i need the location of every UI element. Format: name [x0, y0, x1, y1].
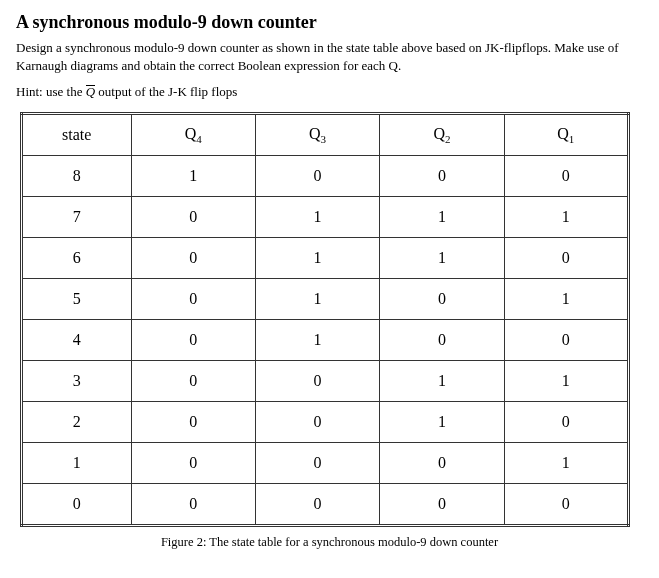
- table-body: 8100070111601105010140100300112001010001…: [22, 156, 629, 526]
- cell-state: 3: [22, 361, 132, 402]
- figure-caption: Figure 2: The state table for a synchron…: [16, 535, 643, 550]
- hint-text: Hint: use the Q output of the J-K flip f…: [16, 84, 643, 100]
- cell-q4: 0: [131, 361, 255, 402]
- cell-q1: 1: [504, 279, 628, 320]
- table-row: 81000: [22, 156, 629, 197]
- cell-state: 6: [22, 238, 132, 279]
- cell-q2: 0: [380, 484, 504, 526]
- header-q2-label: Q: [433, 125, 445, 142]
- state-table: state Q4 Q3 Q2 Q1 8100070111601105010140…: [20, 112, 630, 527]
- header-state: state: [22, 114, 132, 156]
- table-row: 00000: [22, 484, 629, 526]
- cell-state: 8: [22, 156, 132, 197]
- cell-state: 1: [22, 443, 132, 484]
- cell-q2: 1: [380, 402, 504, 443]
- cell-q3: 1: [255, 197, 379, 238]
- cell-q3: 0: [255, 402, 379, 443]
- cell-q1: 0: [504, 402, 628, 443]
- cell-q1: 0: [504, 484, 628, 526]
- cell-state: 0: [22, 484, 132, 526]
- cell-q1: 1: [504, 443, 628, 484]
- table-row: 50101: [22, 279, 629, 320]
- header-q4: Q4: [131, 114, 255, 156]
- header-q4-sub: 4: [196, 133, 202, 145]
- cell-q4: 0: [131, 320, 255, 361]
- cell-q2: 1: [380, 361, 504, 402]
- problem-description: Design a synchronous modulo-9 down count…: [16, 39, 643, 74]
- hint-prefix: Hint: use the: [16, 84, 86, 99]
- hint-suffix: output of the J-K flip flops: [95, 84, 237, 99]
- header-q1: Q1: [504, 114, 628, 156]
- header-q2: Q2: [380, 114, 504, 156]
- table-row: 40100: [22, 320, 629, 361]
- cell-q3: 0: [255, 443, 379, 484]
- cell-q4: 0: [131, 402, 255, 443]
- header-q3-label: Q: [309, 125, 321, 142]
- cell-q1: 0: [504, 320, 628, 361]
- cell-q4: 0: [131, 443, 255, 484]
- header-q4-label: Q: [185, 125, 197, 142]
- cell-q2: 0: [380, 443, 504, 484]
- cell-q2: 1: [380, 238, 504, 279]
- header-q1-sub: 1: [569, 133, 575, 145]
- header-q1-label: Q: [557, 125, 569, 142]
- q-bar-symbol: Q: [86, 84, 95, 100]
- cell-q3: 1: [255, 238, 379, 279]
- cell-state: 7: [22, 197, 132, 238]
- cell-q4: 1: [131, 156, 255, 197]
- cell-q2: 0: [380, 156, 504, 197]
- cell-state: 2: [22, 402, 132, 443]
- header-q2-sub: 2: [445, 133, 451, 145]
- cell-q1: 0: [504, 156, 628, 197]
- cell-q2: 0: [380, 320, 504, 361]
- table-row: 30011: [22, 361, 629, 402]
- table-row: 60110: [22, 238, 629, 279]
- table-row: 70111: [22, 197, 629, 238]
- cell-q3: 0: [255, 361, 379, 402]
- cell-state: 4: [22, 320, 132, 361]
- cell-q2: 1: [380, 197, 504, 238]
- cell-q1: 1: [504, 197, 628, 238]
- cell-q3: 0: [255, 156, 379, 197]
- cell-q3: 1: [255, 320, 379, 361]
- cell-q4: 0: [131, 197, 255, 238]
- cell-q1: 1: [504, 361, 628, 402]
- cell-q4: 0: [131, 238, 255, 279]
- table-header-row: state Q4 Q3 Q2 Q1: [22, 114, 629, 156]
- header-q3: Q3: [255, 114, 379, 156]
- header-q3-sub: 3: [321, 133, 327, 145]
- table-row: 10001: [22, 443, 629, 484]
- cell-state: 5: [22, 279, 132, 320]
- table-row: 20010: [22, 402, 629, 443]
- cell-q2: 0: [380, 279, 504, 320]
- cell-q3: 1: [255, 279, 379, 320]
- cell-q3: 0: [255, 484, 379, 526]
- cell-q4: 0: [131, 484, 255, 526]
- page-title: A synchronous modulo-9 down counter: [16, 12, 643, 33]
- cell-q1: 0: [504, 238, 628, 279]
- cell-q4: 0: [131, 279, 255, 320]
